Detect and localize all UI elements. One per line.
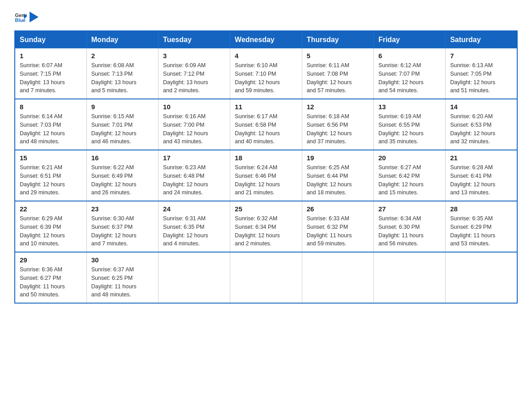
calendar-cell: 8 Sunrise: 6:14 AMSunset: 7:03 PMDayligh… [15,99,86,150]
calendar-cell: 30 Sunrise: 6:37 AMSunset: 6:25 PMDaylig… [86,252,158,303]
day-number: 16 [91,154,154,162]
calendar-cell: 20 Sunrise: 6:27 AMSunset: 6:42 PMDaylig… [373,150,445,201]
day-info: Sunrise: 6:17 AMSunset: 6:58 PMDaylight:… [235,113,280,145]
day-info: Sunrise: 6:27 AMSunset: 6:42 PMDaylight:… [378,164,424,196]
day-number: 25 [235,205,297,213]
calendar-cell: 3 Sunrise: 6:09 AMSunset: 7:12 PMDayligh… [159,48,230,99]
calendar-cell: 18 Sunrise: 6:24 AMSunset: 6:46 PMDaylig… [230,150,302,201]
day-number: 8 [20,103,82,111]
calendar-cell: 1 Sunrise: 6:07 AMSunset: 7:15 PMDayligh… [15,48,86,99]
day-info: Sunrise: 6:34 AMSunset: 6:30 PMDaylight:… [378,215,424,247]
svg-marker-3 [30,12,39,22]
day-number: 24 [163,205,225,213]
day-info: Sunrise: 6:24 AMSunset: 6:46 PMDaylight:… [235,164,280,196]
day-number: 28 [450,205,512,213]
calendar-cell: 15 Sunrise: 6:21 AMSunset: 6:51 PMDaylig… [15,150,86,201]
calendar-cell: 23 Sunrise: 6:30 AMSunset: 6:37 PMDaylig… [86,201,158,252]
calendar-cell: 19 Sunrise: 6:25 AMSunset: 6:44 PMDaylig… [302,150,373,201]
calendar-cell: 28 Sunrise: 6:35 AMSunset: 6:29 PMDaylig… [446,201,517,252]
calendar-cell: 11 Sunrise: 6:17 AMSunset: 6:58 PMDaylig… [230,99,302,150]
logo-triangle-icon [30,12,39,22]
calendar-cell: 25 Sunrise: 6:32 AMSunset: 6:34 PMDaylig… [230,201,302,252]
day-info: Sunrise: 6:30 AMSunset: 6:37 PMDaylight:… [91,215,137,247]
day-number: 1 [20,52,82,60]
day-number: 17 [163,154,225,162]
calendar-cell: 2 Sunrise: 6:08 AMSunset: 7:13 PMDayligh… [86,48,158,99]
day-number: 27 [378,205,441,213]
day-info: Sunrise: 6:25 AMSunset: 6:44 PMDaylight:… [307,164,352,196]
day-info: Sunrise: 6:29 AMSunset: 6:39 PMDaylight:… [20,215,65,247]
calendar-cell [302,252,373,303]
weekday-header-tuesday: Tuesday [159,31,230,48]
day-info: Sunrise: 6:14 AMSunset: 7:03 PMDaylight:… [20,113,65,145]
day-info: Sunrise: 6:10 AMSunset: 7:10 PMDaylight:… [235,62,280,94]
day-info: Sunrise: 6:23 AMSunset: 6:48 PMDaylight:… [163,164,208,196]
calendar-cell: 22 Sunrise: 6:29 AMSunset: 6:39 PMDaylig… [15,201,86,252]
day-number: 2 [91,52,154,60]
calendar-cell: 6 Sunrise: 6:12 AMSunset: 7:07 PMDayligh… [373,48,445,99]
day-info: Sunrise: 6:15 AMSunset: 7:01 PMDaylight:… [91,113,137,145]
page-header: General Blue [14,11,518,23]
day-number: 5 [307,52,369,60]
day-info: Sunrise: 6:32 AMSunset: 6:34 PMDaylight:… [235,215,280,247]
week-row-2: 8 Sunrise: 6:14 AMSunset: 7:03 PMDayligh… [15,99,517,150]
day-info: Sunrise: 6:20 AMSunset: 6:53 PMDaylight:… [450,113,495,145]
day-info: Sunrise: 6:33 AMSunset: 6:32 PMDaylight:… [307,215,352,247]
week-row-1: 1 Sunrise: 6:07 AMSunset: 7:15 PMDayligh… [15,48,517,99]
day-info: Sunrise: 6:36 AMSunset: 6:27 PMDaylight:… [20,266,65,298]
calendar-cell [159,252,230,303]
day-number: 22 [20,205,82,213]
calendar-cell: 4 Sunrise: 6:10 AMSunset: 7:10 PMDayligh… [230,48,302,99]
weekday-header-thursday: Thursday [302,31,373,48]
weekday-header-sunday: Sunday [15,31,86,48]
calendar-cell: 24 Sunrise: 6:31 AMSunset: 6:35 PMDaylig… [159,201,230,252]
logo: General Blue [14,11,39,23]
day-number: 20 [378,154,441,162]
day-number: 10 [163,103,225,111]
day-info: Sunrise: 6:18 AMSunset: 6:56 PMDaylight:… [307,113,352,145]
day-info: Sunrise: 6:37 AMSunset: 6:25 PMDaylight:… [91,266,137,298]
day-info: Sunrise: 6:07 AMSunset: 7:15 PMDaylight:… [20,62,65,94]
day-info: Sunrise: 6:35 AMSunset: 6:29 PMDaylight:… [450,215,495,247]
day-number: 23 [91,205,154,213]
day-info: Sunrise: 6:22 AMSunset: 6:49 PMDaylight:… [91,164,137,196]
weekday-header-monday: Monday [86,31,158,48]
day-number: 11 [235,103,297,111]
calendar-cell: 21 Sunrise: 6:28 AMSunset: 6:41 PMDaylig… [446,150,517,201]
day-number: 18 [235,154,297,162]
calendar-cell [446,252,517,303]
day-info: Sunrise: 6:19 AMSunset: 6:55 PMDaylight:… [378,113,424,145]
calendar-cell: 10 Sunrise: 6:16 AMSunset: 7:00 PMDaylig… [159,99,230,150]
day-info: Sunrise: 6:16 AMSunset: 7:00 PMDaylight:… [163,113,208,145]
calendar-cell: 16 Sunrise: 6:22 AMSunset: 6:49 PMDaylig… [86,150,158,201]
day-number: 30 [91,256,154,264]
day-info: Sunrise: 6:21 AMSunset: 6:51 PMDaylight:… [20,164,65,196]
day-number: 13 [378,103,441,111]
weekday-header-saturday: Saturday [446,31,517,48]
calendar-cell: 14 Sunrise: 6:20 AMSunset: 6:53 PMDaylig… [446,99,517,150]
calendar-cell: 5 Sunrise: 6:11 AMSunset: 7:08 PMDayligh… [302,48,373,99]
week-row-4: 22 Sunrise: 6:29 AMSunset: 6:39 PMDaylig… [15,201,517,252]
logo-icon: General Blue [14,11,27,23]
calendar-cell [230,252,302,303]
calendar-table: SundayMondayTuesdayWednesdayThursdayFrid… [14,30,518,304]
week-row-3: 15 Sunrise: 6:21 AMSunset: 6:51 PMDaylig… [15,150,517,201]
day-info: Sunrise: 6:12 AMSunset: 7:07 PMDaylight:… [378,62,424,94]
day-number: 3 [163,52,225,60]
day-number: 26 [307,205,369,213]
day-info: Sunrise: 6:13 AMSunset: 7:05 PMDaylight:… [450,62,495,94]
day-number: 12 [307,103,369,111]
day-number: 4 [235,52,297,60]
calendar-cell: 17 Sunrise: 6:23 AMSunset: 6:48 PMDaylig… [159,150,230,201]
calendar-cell: 27 Sunrise: 6:34 AMSunset: 6:30 PMDaylig… [373,201,445,252]
week-row-5: 29 Sunrise: 6:36 AMSunset: 6:27 PMDaylig… [15,252,517,303]
weekday-header-wednesday: Wednesday [230,31,302,48]
day-number: 14 [450,103,512,111]
day-info: Sunrise: 6:09 AMSunset: 7:12 PMDaylight:… [163,62,208,94]
day-info: Sunrise: 6:08 AMSunset: 7:13 PMDaylight:… [91,62,137,94]
weekday-header-friday: Friday [373,31,445,48]
day-number: 29 [20,256,82,264]
day-number: 6 [378,52,441,60]
day-number: 19 [307,154,369,162]
day-info: Sunrise: 6:28 AMSunset: 6:41 PMDaylight:… [450,164,495,196]
